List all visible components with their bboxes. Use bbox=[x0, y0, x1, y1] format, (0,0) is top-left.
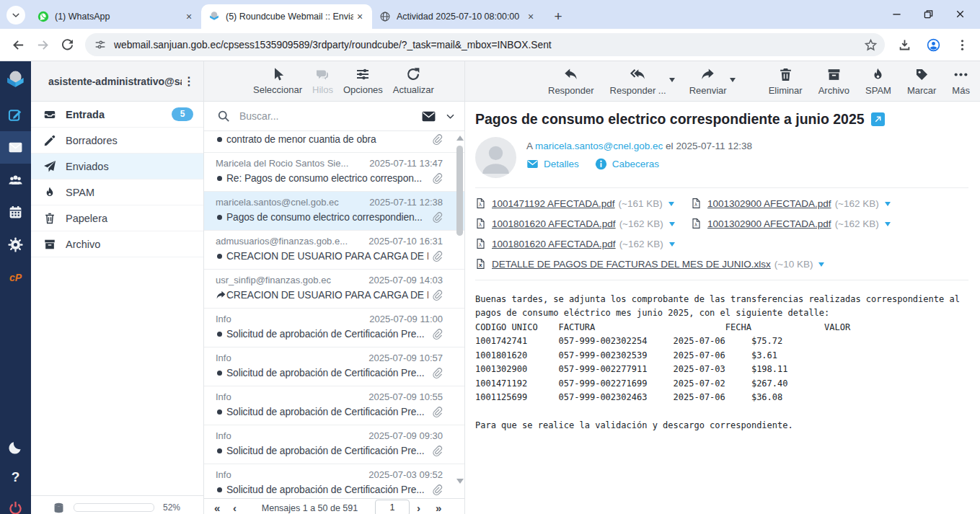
sidebar-item-spam[interactable]: SPAM bbox=[31, 180, 203, 205]
attachment-menu-caret-icon[interactable] bbox=[669, 242, 675, 249]
sidebar-item-archivo[interactable]: Archivo bbox=[31, 231, 203, 257]
opciones-button[interactable]: Opciones bbox=[343, 67, 383, 95]
restore-button[interactable] bbox=[912, 3, 944, 25]
calendar-nav-button[interactable] bbox=[0, 196, 31, 229]
message-row[interactable]: Info2025-07-09 11:00Solicitud de aprobac… bbox=[204, 309, 464, 347]
scroll-down-icon[interactable] bbox=[456, 479, 464, 484]
dark-mode-button[interactable] bbox=[0, 432, 31, 462]
open-in-new-window-button[interactable] bbox=[871, 112, 885, 126]
attachment[interactable]: λ1001471192 AFECTADA.pdf(~161 KB) bbox=[475, 193, 691, 213]
marcar-button[interactable]: Marcar bbox=[904, 67, 940, 96]
browser-tab[interactable]: (1) WhatsApp× bbox=[30, 4, 201, 29]
attachment-menu-caret-icon[interactable] bbox=[669, 222, 675, 229]
actualizar-button[interactable]: Actualizar bbox=[393, 67, 434, 95]
message-row[interactable]: Info2025-07-14 11:01contrato de menor cu… bbox=[204, 131, 464, 153]
mail-nav-button[interactable] bbox=[0, 131, 31, 164]
archivo-button[interactable]: Archivo bbox=[815, 67, 853, 96]
bookmark-star-icon[interactable] bbox=[864, 38, 878, 52]
attachment-name[interactable]: 1001471192 AFECTADA.pdf bbox=[492, 198, 615, 209]
tab-close-button[interactable]: × bbox=[182, 10, 195, 23]
back-button[interactable] bbox=[6, 32, 30, 57]
headers-toggle[interactable]: Cabeceras bbox=[595, 158, 659, 170]
sidebar-item-borradores[interactable]: Borradores bbox=[31, 128, 203, 154]
browser-tab[interactable]: (5) Roundcube Webmail :: Envia× bbox=[201, 4, 372, 29]
message-row[interactable]: Info2025-07-09 10:55Solicitud de aprobac… bbox=[204, 386, 464, 425]
cpanel-nav-button[interactable]: cP bbox=[0, 261, 31, 293]
minimize-button[interactable] bbox=[880, 3, 912, 25]
quota-bar bbox=[74, 503, 154, 512]
browser-tab[interactable]: Actividad 2025-07-10 08:00:00× bbox=[372, 4, 543, 29]
page-number-input[interactable]: 1 bbox=[375, 500, 410, 514]
compose-button[interactable] bbox=[0, 99, 31, 131]
hilos-button[interactable]: Hilos bbox=[312, 67, 333, 95]
scrollbar-thumb[interactable] bbox=[456, 146, 463, 236]
message-row[interactable]: maricela.santos@cnel.gob.ec2025-07-11 12… bbox=[204, 192, 464, 231]
attachment[interactable]: xDETALLE DE PAGOS DE FACTURAS DEL MES DE… bbox=[475, 254, 824, 274]
search-scope-mail-icon[interactable] bbox=[421, 109, 436, 124]
tab-search-button[interactable] bbox=[6, 6, 25, 25]
responder-button[interactable]: Responder ... bbox=[606, 67, 670, 96]
spam-button[interactable]: SPAM bbox=[862, 67, 895, 96]
close-window-button[interactable] bbox=[944, 3, 976, 25]
browser-menu-button[interactable] bbox=[950, 32, 974, 57]
first-page-button[interactable]: « bbox=[214, 502, 233, 514]
attachment[interactable]: λ1001801620 AFECTADA.pdf(~162 KB) bbox=[475, 234, 691, 254]
message-row[interactable]: admusuarios@finanzas.gob.e...2025-07-10 … bbox=[204, 231, 464, 270]
message-row[interactable]: Info2025-07-03 09:52Solicitud de aprobac… bbox=[204, 464, 464, 498]
details-toggle[interactable]: Detalles bbox=[526, 158, 579, 170]
tab-close-button[interactable]: × bbox=[524, 10, 537, 23]
tab-close-button[interactable]: × bbox=[353, 10, 366, 23]
recipient-link[interactable]: maricela.santos@cnel.gob.ec bbox=[535, 141, 663, 151]
profile-button[interactable] bbox=[921, 32, 945, 57]
next-page-button[interactable]: › bbox=[417, 502, 436, 514]
attachment[interactable]: λ1001801620 AFECTADA.pdf(~162 KB) bbox=[475, 213, 691, 234]
responder-button[interactable]: Responder bbox=[544, 67, 598, 96]
attachment[interactable]: λ1001302900 AFECTADA.pdf(~162 KB) bbox=[691, 193, 906, 213]
prev-page-button[interactable]: ‹ bbox=[233, 502, 252, 514]
contacts-nav-button[interactable] bbox=[0, 164, 31, 196]
attachment-name[interactable]: 1001302900 AFECTADA.pdf bbox=[707, 198, 831, 209]
account-menu-button[interactable]: ⋮ bbox=[182, 74, 196, 88]
reenviar-button[interactable]: Reenviar bbox=[686, 67, 730, 96]
dropdown-caret-icon[interactable] bbox=[669, 78, 675, 85]
attachment-name[interactable]: 1001801620 AFECTADA.pdf bbox=[492, 218, 616, 229]
forward-button[interactable] bbox=[30, 32, 55, 57]
last-page-button[interactable]: » bbox=[436, 502, 454, 514]
sidebar-item-entrada[interactable]: Entrada5 bbox=[31, 102, 203, 128]
search-input[interactable] bbox=[238, 110, 415, 123]
toolbar-right bbox=[892, 32, 974, 57]
new-tab-button[interactable]: + bbox=[549, 7, 568, 26]
message-row[interactable]: Info2025-07-09 09:30Solicitud de aprobac… bbox=[204, 425, 464, 464]
attachment-menu-caret-icon[interactable] bbox=[885, 202, 891, 209]
attachment-menu-caret-icon[interactable] bbox=[818, 262, 824, 270]
message-row[interactable]: usr_sinfip@finanzas.gob.ec2025-07-09 14:… bbox=[204, 270, 464, 309]
attachment-menu-caret-icon[interactable] bbox=[668, 202, 674, 209]
attachment-name[interactable]: 1001801620 AFECTADA.pdf bbox=[492, 239, 616, 249]
attachment-name[interactable]: 1001302900 AFECTADA.pdf bbox=[707, 218, 831, 229]
message-row[interactable]: Maricela del Rocio Santos Sie...2025-07-… bbox=[204, 153, 464, 192]
reload-button[interactable] bbox=[55, 32, 79, 57]
message-row[interactable]: Info2025-07-09 10:57Solicitud de aprobac… bbox=[204, 347, 464, 386]
list-scrollbar[interactable] bbox=[455, 133, 464, 497]
window-controls bbox=[880, 0, 976, 27]
eliminar-button[interactable]: Eliminar bbox=[765, 67, 806, 96]
attachment-menu-caret-icon[interactable] bbox=[885, 222, 891, 229]
seleccionar-button[interactable]: Seleccionar bbox=[253, 67, 302, 95]
más-button[interactable]: Más bbox=[948, 67, 974, 96]
logout-button[interactable] bbox=[0, 492, 31, 514]
site-settings-icon[interactable] bbox=[94, 38, 107, 51]
sidebar-item-enviados[interactable]: Enviados bbox=[31, 154, 203, 180]
address-bar[interactable]: webmail.sanjuan.gob.ec/cpsess1535909589/… bbox=[85, 33, 885, 56]
dropdown-caret-icon[interactable] bbox=[730, 78, 736, 85]
attachment-name[interactable]: DETALLE DE PAGOS DE FACTURAS DEL MES DE … bbox=[492, 259, 771, 270]
sidebar-item-papelera[interactable]: Papelera bbox=[31, 205, 203, 231]
help-button[interactable]: ? bbox=[0, 462, 31, 492]
scroll-up-icon[interactable] bbox=[456, 136, 464, 141]
settings-nav-button[interactable] bbox=[0, 229, 31, 261]
reload-icon bbox=[61, 38, 74, 52]
search-options-chevron-icon[interactable] bbox=[445, 111, 456, 122]
message-sender: Maricela del Rocio Santos Sie... bbox=[216, 158, 363, 169]
downloads-button[interactable] bbox=[892, 32, 917, 57]
message-subject: Pagos de consumo electrico correspondien… bbox=[226, 212, 428, 223]
attachment[interactable]: λ1001302900 AFECTADA.pdf(~162 KB) bbox=[691, 213, 906, 234]
